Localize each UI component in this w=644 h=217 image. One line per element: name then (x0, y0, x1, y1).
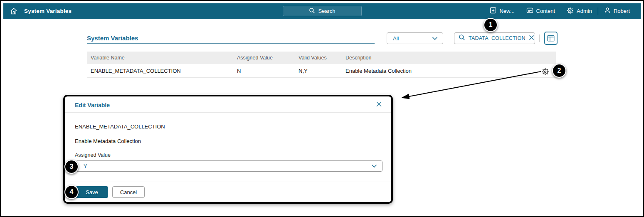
topbar-actions: New... Content (484, 3, 636, 19)
top-application-bar: System Variables Search New... (3, 3, 641, 19)
row-settings-gear-icon[interactable] (541, 68, 549, 76)
edit-variable-dialog: Edit Variable ENABLE_METADATA_COLLECTION… (63, 95, 393, 204)
page-title-underline (87, 43, 375, 44)
column-header: Assigned Value (237, 55, 273, 61)
new-menu-label: New... (499, 8, 514, 14)
user-menu-label: Robert (614, 8, 630, 14)
cell-assigned-value: N (237, 68, 241, 74)
app-title: System Variables (24, 8, 72, 14)
global-search-label: Search (318, 8, 335, 14)
controls-separator (448, 35, 448, 42)
dialog-footer-divider (65, 182, 391, 182)
admin-menu-button[interactable]: Admin (561, 7, 598, 15)
content-menu-button[interactable]: Content (521, 7, 561, 15)
callout-2: 2 (552, 64, 566, 78)
chevron-down-icon (371, 164, 377, 168)
assigned-value-dropdown[interactable]: Y (76, 160, 382, 172)
controls-separator (539, 35, 540, 42)
close-icon[interactable] (376, 101, 382, 107)
filter-dropdown[interactable]: All (387, 32, 443, 44)
screenshot-root: System Variables Search New... (0, 0, 644, 217)
page-title: System Variables (87, 35, 138, 42)
content-icon (526, 7, 533, 15)
filter-dropdown-value: All (393, 35, 399, 42)
global-search-box[interactable]: Search (283, 6, 362, 16)
search-icon (309, 7, 315, 15)
admin-menu-label: Admin (577, 8, 592, 14)
column-header: Description (345, 55, 372, 61)
search-icon (459, 34, 465, 42)
callout-1: 1 (484, 18, 498, 32)
plus-square-icon (490, 7, 496, 15)
cell-valid-values: N,Y (299, 68, 308, 74)
home-icon[interactable] (10, 7, 18, 15)
table-row[interactable]: ENABLE_METADATA_COLLECTION N N,Y Enable … (87, 64, 556, 78)
column-header: Valid Values (299, 55, 327, 61)
user-icon (604, 7, 611, 15)
cancel-button[interactable]: Cancel (112, 186, 145, 198)
system-variables-table: Variable Name Assigned Value Valid Value… (87, 52, 556, 78)
cell-variable-name: ENABLE_METADATA_COLLECTION (91, 68, 181, 74)
table-header-row: Variable Name Assigned Value Valid Value… (87, 52, 556, 64)
dialog-title: Edit Variable (75, 102, 110, 108)
table-search-field[interactable]: TADATA_COLLECTION (454, 32, 535, 44)
assigned-value-selected: Y (84, 163, 87, 169)
save-button[interactable]: Save (76, 186, 108, 198)
content-menu-label: Content (536, 8, 555, 14)
table-view-button[interactable] (544, 32, 558, 45)
table-search-value: TADATA_COLLECTION (469, 35, 526, 41)
gear-icon (567, 7, 574, 15)
cell-description: Enable Metadata Collection (345, 68, 412, 74)
column-header: Variable Name (91, 55, 125, 61)
dialog-variable-name: ENABLE_METADATA_COLLECTION (75, 123, 165, 130)
assigned-value-label: Assigned Value (75, 152, 111, 158)
callout-4: 4 (64, 185, 79, 199)
user-menu-button[interactable]: Robert (598, 7, 636, 15)
new-menu-button[interactable]: New... (484, 7, 520, 15)
dialog-variable-description: Enable Metadata Collection (75, 138, 141, 144)
dialog-header-divider (65, 112, 391, 113)
clear-search-icon[interactable] (529, 35, 534, 42)
callout-3: 3 (64, 160, 79, 174)
chevron-down-icon (432, 37, 438, 40)
